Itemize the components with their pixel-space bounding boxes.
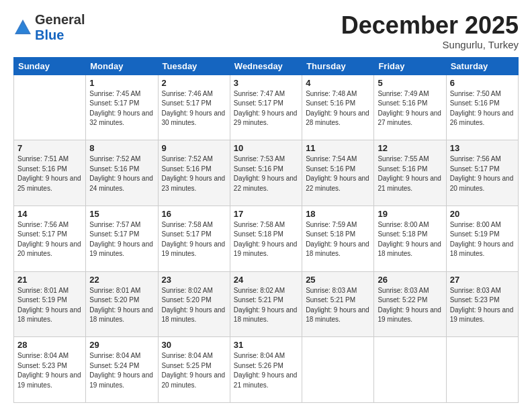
day-info: Sunrise: 7:57 AMSunset: 5:17 PMDaylight:… <box>89 220 154 259</box>
calendar-week-row: 28Sunrise: 8:04 AMSunset: 5:23 PMDayligh… <box>14 337 519 403</box>
calendar-week-row: 7Sunrise: 7:51 AMSunset: 5:16 PMDaylight… <box>14 140 519 206</box>
day-info: Sunrise: 7:58 AMSunset: 5:18 PMDaylight:… <box>234 220 298 259</box>
calendar-cell: 17Sunrise: 7:58 AMSunset: 5:18 PMDayligh… <box>230 205 302 271</box>
day-number: 25 <box>306 275 370 285</box>
calendar-cell: 16Sunrise: 7:58 AMSunset: 5:17 PMDayligh… <box>158 205 230 271</box>
day-number: 11 <box>306 143 370 153</box>
day-info: Sunrise: 8:01 AMSunset: 5:20 PMDaylight:… <box>89 286 154 325</box>
column-header-saturday: Saturday <box>446 57 518 75</box>
calendar-cell: 25Sunrise: 8:03 AMSunset: 5:21 PMDayligh… <box>302 271 374 337</box>
day-info: Sunrise: 7:50 AMSunset: 5:16 PMDaylight:… <box>450 89 515 128</box>
calendar-cell: 4Sunrise: 7:48 AMSunset: 5:16 PMDaylight… <box>302 75 374 140</box>
day-number: 23 <box>162 275 226 285</box>
column-header-monday: Monday <box>86 57 158 75</box>
calendar-cell: 18Sunrise: 7:59 AMSunset: 5:18 PMDayligh… <box>302 205 374 271</box>
day-number: 1 <box>89 78 154 88</box>
day-info: Sunrise: 7:56 AMSunset: 5:17 PMDaylight:… <box>17 220 82 259</box>
day-info: Sunrise: 7:48 AMSunset: 5:16 PMDaylight:… <box>306 89 370 128</box>
day-number: 28 <box>17 340 82 350</box>
calendar-cell: 11Sunrise: 7:54 AMSunset: 5:16 PMDayligh… <box>302 140 374 206</box>
day-info: Sunrise: 8:03 AMSunset: 5:21 PMDaylight:… <box>306 286 370 325</box>
calendar-cell: 23Sunrise: 8:02 AMSunset: 5:20 PMDayligh… <box>158 271 230 337</box>
day-info: Sunrise: 8:04 AMSunset: 5:24 PMDaylight:… <box>89 351 154 390</box>
day-info: Sunrise: 8:03 AMSunset: 5:23 PMDaylight:… <box>450 286 515 325</box>
day-info: Sunrise: 7:52 AMSunset: 5:16 PMDaylight:… <box>89 154 154 193</box>
column-header-friday: Friday <box>374 57 446 75</box>
calendar-cell: 3Sunrise: 7:47 AMSunset: 5:17 PMDaylight… <box>230 75 302 140</box>
calendar-cell: 22Sunrise: 8:01 AMSunset: 5:20 PMDayligh… <box>86 271 158 337</box>
day-number: 10 <box>234 143 298 153</box>
day-number: 13 <box>450 143 515 153</box>
day-info: Sunrise: 7:49 AMSunset: 5:16 PMDaylight:… <box>378 89 442 128</box>
day-number: 20 <box>450 209 515 219</box>
day-number: 26 <box>378 275 442 285</box>
calendar-cell: 5Sunrise: 7:49 AMSunset: 5:16 PMDaylight… <box>374 75 446 140</box>
day-number: 18 <box>306 209 370 219</box>
day-info: Sunrise: 7:53 AMSunset: 5:16 PMDaylight:… <box>234 154 298 193</box>
calendar-cell: 20Sunrise: 8:00 AMSunset: 5:19 PMDayligh… <box>446 205 518 271</box>
day-number: 31 <box>234 340 298 350</box>
calendar-cell: 30Sunrise: 8:04 AMSunset: 5:25 PMDayligh… <box>158 337 230 403</box>
calendar-cell: 8Sunrise: 7:52 AMSunset: 5:16 PMDaylight… <box>86 140 158 206</box>
day-info: Sunrise: 8:04 AMSunset: 5:26 PMDaylight:… <box>234 351 298 390</box>
calendar-cell: 26Sunrise: 8:03 AMSunset: 5:22 PMDayligh… <box>374 271 446 337</box>
calendar-cell: 13Sunrise: 7:56 AMSunset: 5:17 PMDayligh… <box>446 140 518 206</box>
day-info: Sunrise: 8:00 AMSunset: 5:19 PMDaylight:… <box>450 220 515 259</box>
day-info: Sunrise: 7:46 AMSunset: 5:17 PMDaylight:… <box>162 89 226 128</box>
svg-marker-1 <box>16 22 30 33</box>
column-header-sunday: Sunday <box>14 57 86 75</box>
logo-general: General <box>35 12 85 28</box>
location: Sungurlu, Turkey <box>341 39 519 50</box>
calendar-week-row: 1Sunrise: 7:45 AMSunset: 5:17 PMDaylight… <box>14 75 519 140</box>
day-number: 19 <box>378 209 442 219</box>
day-info: Sunrise: 7:45 AMSunset: 5:17 PMDaylight:… <box>89 89 154 128</box>
day-info: Sunrise: 8:04 AMSunset: 5:23 PMDaylight:… <box>17 351 82 390</box>
day-info: Sunrise: 7:47 AMSunset: 5:17 PMDaylight:… <box>234 89 298 128</box>
calendar-cell <box>374 337 446 403</box>
day-number: 22 <box>89 275 154 285</box>
day-info: Sunrise: 7:52 AMSunset: 5:16 PMDaylight:… <box>162 154 226 193</box>
calendar-cell: 19Sunrise: 8:00 AMSunset: 5:18 PMDayligh… <box>374 205 446 271</box>
day-number: 29 <box>89 340 154 350</box>
calendar-cell: 12Sunrise: 7:55 AMSunset: 5:16 PMDayligh… <box>374 140 446 206</box>
day-number: 17 <box>234 209 298 219</box>
day-info: Sunrise: 8:02 AMSunset: 5:21 PMDaylight:… <box>234 286 298 325</box>
calendar-cell: 6Sunrise: 7:50 AMSunset: 5:16 PMDaylight… <box>446 75 518 140</box>
day-number: 3 <box>234 78 298 88</box>
day-info: Sunrise: 8:03 AMSunset: 5:22 PMDaylight:… <box>378 286 442 325</box>
day-info: Sunrise: 7:51 AMSunset: 5:16 PMDaylight:… <box>17 154 82 193</box>
calendar-table: SundayMondayTuesdayWednesdayThursdayFrid… <box>13 57 519 403</box>
day-number: 8 <box>89 143 154 153</box>
day-number: 14 <box>17 209 82 219</box>
logo-blue: Blue <box>35 28 85 43</box>
calendar-cell: 15Sunrise: 7:57 AMSunset: 5:17 PMDayligh… <box>86 205 158 271</box>
calendar-cell: 24Sunrise: 8:02 AMSunset: 5:21 PMDayligh… <box>230 271 302 337</box>
day-number: 15 <box>89 209 154 219</box>
day-number: 7 <box>17 143 82 153</box>
day-info: Sunrise: 8:01 AMSunset: 5:19 PMDaylight:… <box>17 286 82 325</box>
calendar-cell <box>302 337 374 403</box>
title-block: December 2025 Sungurlu, Turkey <box>341 12 519 50</box>
calendar-cell: 28Sunrise: 8:04 AMSunset: 5:23 PMDayligh… <box>14 337 86 403</box>
day-number: 2 <box>162 78 226 88</box>
day-number: 9 <box>162 143 226 153</box>
column-header-wednesday: Wednesday <box>230 57 302 75</box>
day-info: Sunrise: 8:04 AMSunset: 5:25 PMDaylight:… <box>162 351 226 390</box>
month-title: December 2025 <box>341 12 519 39</box>
calendar-cell: 21Sunrise: 8:01 AMSunset: 5:19 PMDayligh… <box>14 271 86 337</box>
calendar-cell: 14Sunrise: 7:56 AMSunset: 5:17 PMDayligh… <box>14 205 86 271</box>
page: General Blue December 2025 Sungurlu, Tur… <box>0 0 532 411</box>
day-number: 21 <box>17 275 82 285</box>
header: General Blue December 2025 Sungurlu, Tur… <box>13 12 519 50</box>
day-info: Sunrise: 7:54 AMSunset: 5:16 PMDaylight:… <box>306 154 370 193</box>
calendar-cell: 27Sunrise: 8:03 AMSunset: 5:23 PMDayligh… <box>446 271 518 337</box>
column-header-thursday: Thursday <box>302 57 374 75</box>
calendar-cell: 31Sunrise: 8:04 AMSunset: 5:26 PMDayligh… <box>230 337 302 403</box>
calendar-cell <box>14 75 86 140</box>
day-number: 27 <box>450 275 515 285</box>
calendar-cell: 1Sunrise: 7:45 AMSunset: 5:17 PMDaylight… <box>86 75 158 140</box>
day-number: 16 <box>162 209 226 219</box>
logo-icon <box>13 18 32 37</box>
day-info: Sunrise: 7:58 AMSunset: 5:17 PMDaylight:… <box>162 220 226 259</box>
calendar-cell: 7Sunrise: 7:51 AMSunset: 5:16 PMDaylight… <box>14 140 86 206</box>
